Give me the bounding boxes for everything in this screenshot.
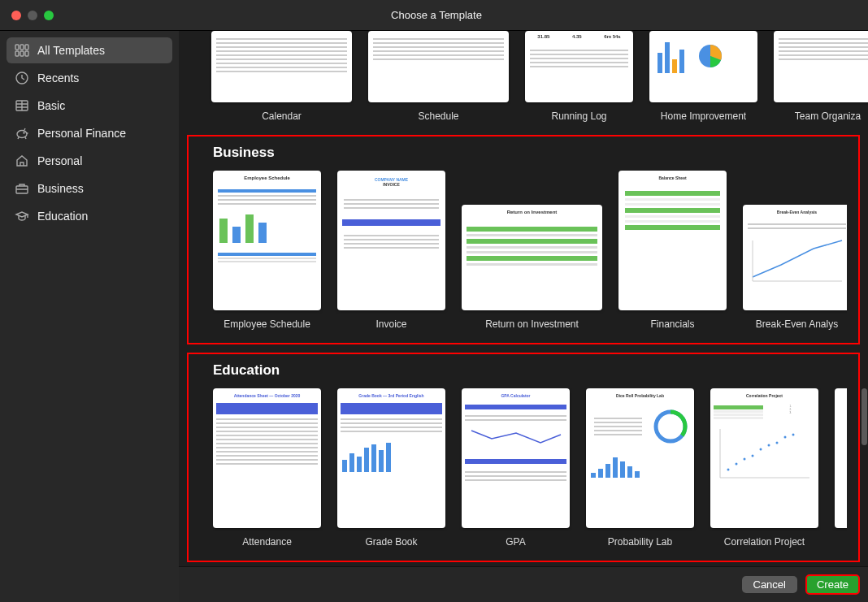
sidebar: All Templates Recents Basic Personal Fin… [0, 31, 179, 602]
template-return-on-investment[interactable]: Return on Investment Return on Investmen… [462, 171, 602, 330]
template-home-improvement[interactable]: Home Improvement [649, 31, 757, 122]
section-title: Education [213, 362, 847, 379]
clock-icon [15, 71, 29, 85]
template-employee-schedule[interactable]: Employee Schedule Employee Schedule [213, 171, 321, 330]
sidebar-item-recents[interactable]: Recents [7, 65, 172, 91]
svg-rect-0 [15, 45, 19, 50]
template-label: Return on Investment [462, 318, 602, 330]
template-label: Team Organiza [774, 110, 868, 122]
svg-point-9 [24, 132, 24, 133]
create-button[interactable]: Create [805, 574, 860, 595]
svg-point-18 [743, 458, 745, 461]
content-area: Calendar Schedule 31.854.356m 54s Runnin… [179, 31, 868, 602]
main-area: All Templates Recents Basic Personal Fin… [0, 31, 868, 602]
template-label: Calendar [211, 110, 352, 122]
svg-rect-2 [25, 45, 28, 50]
svg-rect-1 [20, 45, 24, 50]
minimize-button[interactable] [28, 11, 37, 20]
svg-point-24 [792, 434, 794, 436]
svg-point-17 [735, 463, 737, 466]
svg-point-23 [783, 436, 786, 439]
close-button[interactable] [11, 11, 21, 20]
sidebar-item-label: Education [37, 210, 88, 223]
template-label: Probability Lab [586, 536, 694, 548]
template-label: Schedule [368, 110, 509, 122]
template-break-even-analysis[interactable]: Break-Even Analysis Break-Even Analys [743, 171, 847, 330]
template-calendar[interactable]: Calendar [211, 31, 352, 122]
cancel-button[interactable]: Cancel [742, 576, 797, 593]
sidebar-item-label: All Templates [37, 44, 105, 57]
template-label: Attendance [213, 536, 321, 548]
template-label: Break-Even Analys [743, 318, 847, 330]
template-financials[interactable]: Balance Sheet Financials [618, 171, 727, 330]
titlebar: Choose a Template [0, 0, 868, 31]
template-label: Correlation Project [710, 536, 818, 548]
svg-point-20 [759, 448, 762, 451]
template-row-top: Calendar Schedule 31.854.356m 54s Runnin… [179, 31, 868, 135]
svg-point-16 [727, 469, 729, 471]
sidebar-item-label: Basic [37, 99, 65, 112]
footer: Cancel Create [179, 566, 868, 602]
template-probability-lab[interactable]: Dice Roll Probability Lab Probability La… [586, 388, 694, 548]
table-icon [15, 98, 29, 113]
template-label: Home Improvement [649, 110, 757, 122]
sidebar-item-all-templates[interactable]: All Templates [7, 37, 172, 63]
grid-icon [15, 43, 29, 58]
template-grade-book[interactable]: Grade Book — 3rd Period English Grade Bo… [337, 388, 445, 548]
svg-point-21 [767, 444, 770, 447]
template-attendance[interactable]: Attendance Sheet — October 2020 Attendan… [213, 388, 321, 548]
svg-rect-4 [20, 51, 24, 56]
template-label: Employee Schedule [213, 318, 321, 330]
template-gpa[interactable]: GPA Calculator GPA [462, 388, 570, 548]
scrollbar-thumb[interactable] [861, 388, 867, 445]
sidebar-item-label: Personal [37, 154, 82, 167]
template-running-log[interactable]: 31.854.356m 54s Running Log [525, 31, 633, 122]
template-row: Attendance Sheet — October 2020 Attendan… [213, 388, 847, 548]
gradcap-icon [15, 209, 29, 223]
template-correlation-project[interactable]: Correlation Project 1.2.3. Correlation P… [710, 388, 818, 548]
sidebar-item-basic[interactable]: Basic [7, 93, 172, 119]
section-title: Business [213, 145, 847, 161]
template-team-organization[interactable]: Team Organiza [774, 31, 868, 122]
house-icon [15, 154, 29, 168]
window-controls [0, 11, 54, 20]
section-education: Education Attendance Sheet — October 202… [187, 353, 860, 562]
svg-point-8 [17, 131, 27, 138]
svg-point-22 [775, 442, 778, 444]
piggy-icon [15, 126, 29, 141]
template-gallery[interactable]: Calendar Schedule 31.854.356m 54s Runnin… [179, 31, 868, 566]
window-title: Choose a Template [54, 9, 819, 21]
sidebar-item-label: Business [37, 182, 84, 195]
template-schedule[interactable]: Schedule [368, 31, 509, 122]
template-label: Running Log [525, 110, 633, 122]
sidebar-item-label: Personal Finance [37, 127, 126, 140]
template-invoice[interactable]: COMPANY NAMEINVOICE Invoice [337, 171, 445, 330]
svg-rect-3 [15, 51, 19, 56]
svg-point-19 [751, 455, 753, 457]
template-extra[interactable] [835, 388, 847, 548]
sidebar-item-business[interactable]: Business [7, 175, 172, 201]
template-label: Invoice [337, 318, 445, 330]
sidebar-item-personal[interactable]: Personal [7, 148, 172, 174]
section-business: Business Employee Schedule [187, 135, 860, 344]
sidebar-item-personal-finance[interactable]: Personal Finance [7, 120, 172, 146]
template-row: Employee Schedule Employee Schedule [213, 171, 847, 330]
template-label: Financials [618, 318, 727, 330]
sidebar-item-label: Recents [37, 71, 79, 84]
template-label: Grade Book [337, 536, 445, 548]
template-label: GPA [462, 536, 570, 548]
maximize-button[interactable] [44, 11, 54, 20]
svg-rect-5 [25, 51, 28, 56]
briefcase-icon [15, 181, 29, 196]
sidebar-item-education[interactable]: Education [7, 203, 172, 229]
